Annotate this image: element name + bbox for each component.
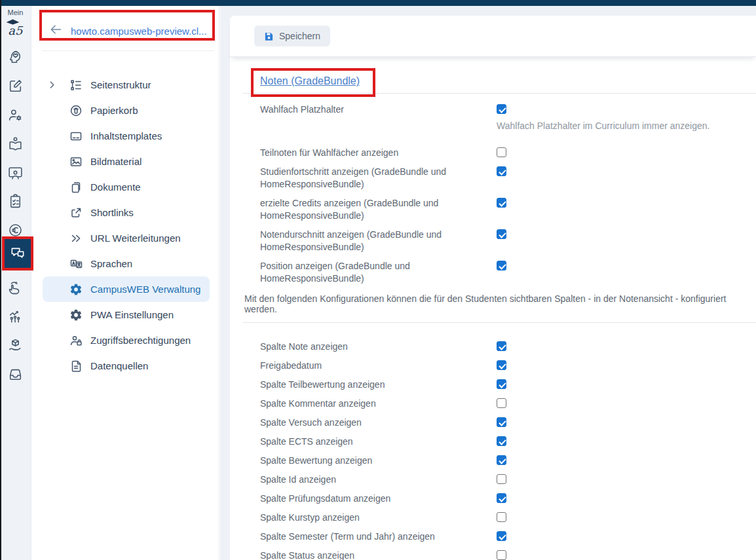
checkbox-unchecked[interactable] xyxy=(497,398,506,408)
main-area: Speichern Noten (GradeBundle) Wahlfach P… xyxy=(220,6,756,560)
edit-icon[interactable] xyxy=(0,71,31,100)
grade-settings-list: Wahlfach Platzhalter Wahlfach Platzhalte… xyxy=(260,100,756,288)
window-top-bar xyxy=(0,0,756,6)
presentation-icon[interactable] xyxy=(0,158,31,187)
checkbox-checked[interactable] xyxy=(497,493,506,503)
back-url-link[interactable]: howto.campusweb-preview.cl... xyxy=(71,26,207,37)
template-card-icon xyxy=(69,130,83,143)
library-icon[interactable] xyxy=(0,129,31,158)
sidebar-item-papierkorb[interactable]: Papierkorb xyxy=(43,98,210,123)
noten-gradebundle-link[interactable]: Noten (GradeBundle) xyxy=(260,75,360,87)
setting-row: Spalte Note anzeigen xyxy=(260,337,756,356)
setting-row: Spalte Kommentar anzeigen xyxy=(260,394,756,413)
documents-icon xyxy=(69,181,83,194)
stats-chart-icon[interactable] xyxy=(0,302,31,331)
checkbox-checked[interactable] xyxy=(497,261,506,271)
checkbox-checked[interactable] xyxy=(497,531,506,541)
external-link-icon xyxy=(69,206,83,219)
setting-label: Position anzeigen (GradeBundle und HomeR… xyxy=(260,260,497,285)
sidebar-item-pwa-einstellungen[interactable]: PWA Einstellungen xyxy=(43,302,210,327)
user-lock-icon xyxy=(69,334,83,347)
setting-label: Spalte Kommentar anzeigen xyxy=(260,398,497,410)
head-heart-icon[interactable] xyxy=(0,43,31,71)
setting-label: Spalte Note anzeigen xyxy=(260,341,497,353)
back-row: howto.campusweb-preview.cl... xyxy=(31,6,219,39)
image-icon xyxy=(69,155,83,168)
setting-label: Freigabedatum xyxy=(260,360,497,372)
sidebar-item-seitenstruktur[interactable]: Seitenstruktur xyxy=(43,72,210,98)
checkbox-unchecked[interactable] xyxy=(497,147,506,157)
setting-row: Spalte Versuch anzeigen xyxy=(260,413,756,432)
sidebar-item-inhaltstemplates[interactable]: Inhaltstemplates xyxy=(43,123,210,149)
gear-icon xyxy=(69,308,83,322)
checkbox-unchecked[interactable] xyxy=(497,550,506,560)
checkbox-checked[interactable] xyxy=(497,104,506,114)
setting-label: Notendurschnitt anzeigen (GradeBundle un… xyxy=(260,229,497,253)
sidebar-item-datenquellen[interactable]: Datenquellen xyxy=(43,353,210,379)
checkbox-checked[interactable] xyxy=(497,341,506,351)
checkbox-unchecked[interactable] xyxy=(497,474,506,484)
setting-row: Freigabedatum xyxy=(260,356,756,375)
checkbox-checked[interactable] xyxy=(497,166,506,176)
campusweb-admin-app: { "rail": { "mein_label": "Mein", "logo_… xyxy=(0,0,756,560)
sidebar-item-sprachen[interactable]: Sprachen xyxy=(43,251,210,276)
mein-label: Mein xyxy=(0,9,31,16)
setting-row: Spalte Semester (Term und Jahr) anzeigen xyxy=(260,527,756,546)
checkbox-checked[interactable] xyxy=(497,198,506,208)
sidebar-item-campusweb-verwaltung[interactable]: CampusWEB Verwaltung xyxy=(43,276,210,302)
setting-help-text: Wahlfach Platzhalter im Curriculum immer… xyxy=(497,120,709,132)
setting-row: Notendurschnitt anzeigen (GradeBundle un… xyxy=(260,225,756,257)
setting-label: Spalte Teilbewertung anzeigen xyxy=(260,379,497,391)
checkbox-checked[interactable] xyxy=(497,436,506,446)
sidebar-item-bildmaterial[interactable]: Bildmaterial xyxy=(43,149,210,174)
clipboard-checklist-icon[interactable] xyxy=(0,187,31,215)
trash-circle-icon xyxy=(69,104,83,117)
setting-row: Spalte Status anzeigen xyxy=(260,546,756,560)
tree-structure-icon xyxy=(69,79,83,92)
setting-label: Spalte Prüfungsdatum anzeigen xyxy=(260,493,497,505)
checkbox-checked[interactable] xyxy=(497,417,506,427)
sidebar-item-zugriffsberechtigungen[interactable]: Zugriffsberechtigungen xyxy=(43,327,210,353)
gear-icon xyxy=(69,283,83,296)
setting-label: Spalte Status anzeigen xyxy=(260,550,497,560)
column-settings-list: Spalte Note anzeigen Freigabedatum Spalt… xyxy=(260,337,756,560)
inbox-icon[interactable] xyxy=(0,360,31,388)
back-arrow-icon[interactable] xyxy=(49,23,62,39)
setting-row: Spalte Prüfungsdatum anzeigen xyxy=(260,489,756,508)
sidebar-item-url-weiterleitungen[interactable]: URL Weiterleitungen xyxy=(43,225,210,251)
checkbox-checked[interactable] xyxy=(497,229,506,239)
checkbox-checked[interactable] xyxy=(497,360,506,370)
setting-row: Spalte Kurstyp anzeigen xyxy=(260,508,756,527)
data-page-icon xyxy=(69,360,83,373)
setting-row: Spalte ECTS anzeigen xyxy=(260,432,756,451)
setting-label: Studienfortschritt anzeigen (GradeBundle… xyxy=(260,166,497,191)
setting-row: Studienfortschritt anzeigen (GradeBundle… xyxy=(260,162,756,194)
section-divider xyxy=(243,322,756,323)
toolbar: Speichern xyxy=(230,16,756,57)
icon-rail: Mein a5 xyxy=(0,6,31,560)
sidebar-item-shortlinks[interactable]: Shortlinks xyxy=(43,200,210,225)
chevron-right-icon[interactable] xyxy=(47,80,69,90)
checkbox-checked[interactable] xyxy=(497,379,506,389)
user-settings-icon[interactable] xyxy=(0,100,31,129)
checkbox-checked[interactable] xyxy=(497,455,506,465)
sidebar-divider xyxy=(42,50,214,51)
setting-label: Spalte ECTS anzeigen xyxy=(260,436,497,448)
sidebar-item-dokumente[interactable]: Dokumente xyxy=(43,174,210,200)
setting-row: Spalte Bewertung anzeigen xyxy=(260,451,756,470)
sidebar: howto.campusweb-preview.cl... Seitenstru… xyxy=(31,6,219,560)
save-button[interactable]: Speichern xyxy=(254,26,330,47)
checkbox-unchecked[interactable] xyxy=(497,512,506,522)
campus-a5-logo[interactable]: a5 xyxy=(0,16,31,43)
settings-panel: Noten (GradeBundle) Wahlfach Platzhalter… xyxy=(230,57,756,560)
setting-label: Teilnoten für Wahlfächer anzeigen xyxy=(260,147,497,159)
setting-label: Spalte Versuch anzeigen xyxy=(260,417,497,429)
setting-label: Spalte Kurstyp anzeigen xyxy=(260,512,497,524)
setting-label: Spalte Semester (Term und Jahr) anzeigen xyxy=(260,531,497,543)
hand-gesture-icon[interactable] xyxy=(0,273,31,302)
setting-row: Position anzeigen (GradeBundle und HomeR… xyxy=(260,257,756,288)
svg-text:a5: a5 xyxy=(8,24,24,37)
package-hand-icon[interactable] xyxy=(0,331,31,360)
floppy-disk-icon xyxy=(264,31,274,41)
chat-bubbles-icon[interactable] xyxy=(2,236,33,271)
